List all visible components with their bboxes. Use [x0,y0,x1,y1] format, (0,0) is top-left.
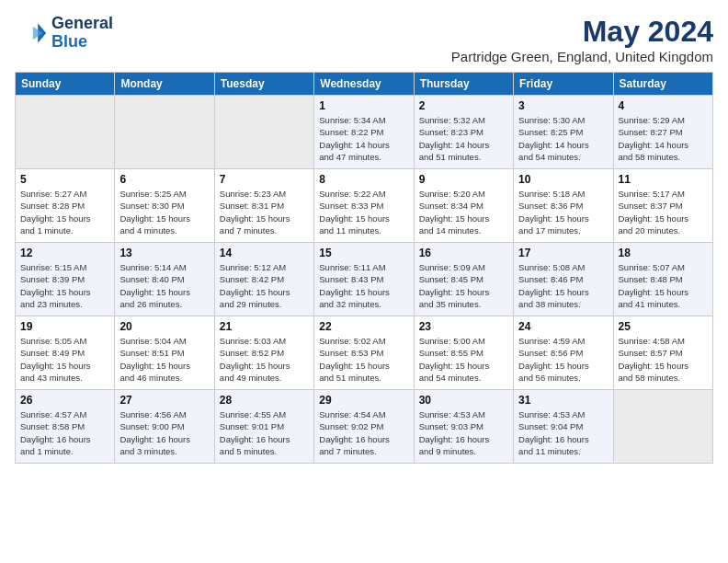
day-number: 6 [119,173,209,186]
calendar-cell: 9Sunrise: 5:20 AM Sunset: 8:34 PM Daylig… [414,169,513,243]
calendar-cell: 12Sunrise: 5:15 AM Sunset: 8:39 PM Dayli… [16,243,115,316]
weekday-header-saturday: Saturday [613,73,712,96]
day-number: 2 [419,99,508,112]
day-info: Sunrise: 5:12 AM Sunset: 8:42 PM Dayligh… [220,261,309,310]
day-number: 5 [20,173,109,186]
day-info: Sunrise: 5:03 AM Sunset: 8:52 PM Dayligh… [220,335,309,384]
calendar-cell: 7Sunrise: 5:23 AM Sunset: 8:31 PM Daylig… [214,169,313,243]
day-number: 18 [619,247,708,259]
calendar-cell: 15Sunrise: 5:11 AM Sunset: 8:43 PM Dayli… [314,243,414,316]
calendar-cell: 2Sunrise: 5:32 AM Sunset: 8:23 PM Daylig… [414,96,513,169]
day-info: Sunrise: 5:18 AM Sunset: 8:36 PM Dayligh… [518,188,608,236]
calendar-cell: 19Sunrise: 5:05 AM Sunset: 8:49 PM Dayli… [16,316,115,390]
day-number: 9 [419,173,508,186]
day-info: Sunrise: 5:09 AM Sunset: 8:45 PM Dayligh… [419,261,508,310]
calendar-cell: 11Sunrise: 5:17 AM Sunset: 8:37 PM Dayli… [613,169,712,243]
logo: General Blue [15,15,113,52]
day-info: Sunrise: 4:54 AM Sunset: 9:02 PM Dayligh… [319,408,408,457]
day-number: 15 [319,247,408,259]
calendar-week-row: 26Sunrise: 4:57 AM Sunset: 8:58 PM Dayli… [16,390,713,464]
day-info: Sunrise: 5:02 AM Sunset: 8:53 PM Dayligh… [319,335,408,384]
day-number: 4 [619,99,708,112]
day-number: 24 [518,320,608,333]
day-info: Sunrise: 5:23 AM Sunset: 8:31 PM Dayligh… [220,188,309,236]
day-info: Sunrise: 5:22 AM Sunset: 8:33 PM Dayligh… [319,188,408,236]
day-info: Sunrise: 4:53 AM Sunset: 9:03 PM Dayligh… [419,408,508,457]
day-number: 19 [20,320,109,333]
calendar-cell [613,390,712,464]
day-info: Sunrise: 5:27 AM Sunset: 8:28 PM Dayligh… [20,188,109,236]
weekday-header-monday: Monday [115,73,214,96]
day-number: 1 [319,99,408,112]
day-number: 8 [319,173,408,186]
weekday-header-thursday: Thursday [414,73,513,96]
calendar-week-row: 5Sunrise: 5:27 AM Sunset: 8:28 PM Daylig… [16,169,713,243]
day-number: 16 [419,247,508,259]
calendar-week-row: 19Sunrise: 5:05 AM Sunset: 8:49 PM Dayli… [16,316,713,390]
day-number: 12 [20,247,109,259]
day-info: Sunrise: 5:00 AM Sunset: 8:55 PM Dayligh… [419,335,508,384]
calendar-cell: 18Sunrise: 5:07 AM Sunset: 8:48 PM Dayli… [613,243,712,316]
weekday-header-row: SundayMondayTuesdayWednesdayThursdayFrid… [16,73,713,96]
logo-text: General Blue [51,15,113,52]
day-number: 13 [119,247,209,259]
calendar-cell: 23Sunrise: 5:00 AM Sunset: 8:55 PM Dayli… [414,316,513,390]
calendar-cell: 28Sunrise: 4:55 AM Sunset: 9:01 PM Dayli… [214,390,313,464]
day-number: 7 [220,173,309,186]
calendar-cell: 25Sunrise: 4:58 AM Sunset: 8:57 PM Dayli… [613,316,712,390]
day-info: Sunrise: 5:14 AM Sunset: 8:40 PM Dayligh… [119,261,209,310]
calendar-cell [214,96,313,169]
weekday-header-sunday: Sunday [16,73,115,96]
day-number: 20 [119,320,209,333]
calendar-cell: 22Sunrise: 5:02 AM Sunset: 8:53 PM Dayli… [314,316,414,390]
calendar-cell: 29Sunrise: 4:54 AM Sunset: 9:02 PM Dayli… [314,390,414,464]
day-info: Sunrise: 5:30 AM Sunset: 8:25 PM Dayligh… [518,114,608,163]
day-info: Sunrise: 4:56 AM Sunset: 9:00 PM Dayligh… [119,408,209,457]
calendar-cell: 31Sunrise: 4:53 AM Sunset: 9:04 PM Dayli… [514,390,613,464]
day-number: 27 [119,394,209,407]
day-number: 25 [619,320,708,333]
weekday-header-tuesday: Tuesday [214,73,313,96]
calendar-week-row: 12Sunrise: 5:15 AM Sunset: 8:39 PM Dayli… [16,243,713,316]
day-number: 23 [419,320,508,333]
day-info: Sunrise: 5:25 AM Sunset: 8:30 PM Dayligh… [119,188,209,236]
day-number: 11 [619,173,708,186]
day-number: 21 [220,320,309,333]
calendar-cell: 30Sunrise: 4:53 AM Sunset: 9:03 PM Dayli… [414,390,513,464]
month-title: May 2024 [451,15,713,49]
calendar-cell: 10Sunrise: 5:18 AM Sunset: 8:36 PM Dayli… [514,169,613,243]
calendar-table: SundayMondayTuesdayWednesdayThursdayFrid… [15,72,713,464]
day-info: Sunrise: 5:11 AM Sunset: 8:43 PM Dayligh… [319,261,408,310]
day-info: Sunrise: 5:17 AM Sunset: 8:37 PM Dayligh… [619,188,708,236]
day-info: Sunrise: 5:08 AM Sunset: 8:46 PM Dayligh… [518,261,608,310]
weekday-header-friday: Friday [514,73,613,96]
day-info: Sunrise: 5:07 AM Sunset: 8:48 PM Dayligh… [619,261,708,310]
calendar-cell: 16Sunrise: 5:09 AM Sunset: 8:45 PM Dayli… [414,243,513,316]
calendar-cell: 24Sunrise: 4:59 AM Sunset: 8:56 PM Dayli… [514,316,613,390]
calendar-cell: 1Sunrise: 5:34 AM Sunset: 8:22 PM Daylig… [314,96,414,169]
logo-line1: General [51,15,113,33]
day-number: 14 [220,247,309,259]
calendar-week-row: 1Sunrise: 5:34 AM Sunset: 8:22 PM Daylig… [16,96,713,169]
day-number: 29 [319,394,408,407]
day-number: 26 [20,394,109,407]
calendar-cell: 26Sunrise: 4:57 AM Sunset: 8:58 PM Dayli… [16,390,115,464]
calendar-cell: 27Sunrise: 4:56 AM Sunset: 9:00 PM Dayli… [115,390,214,464]
day-number: 22 [319,320,408,333]
day-number: 30 [419,394,508,407]
day-info: Sunrise: 5:05 AM Sunset: 8:49 PM Dayligh… [20,335,109,384]
logo-icon [15,17,48,50]
day-info: Sunrise: 4:55 AM Sunset: 9:01 PM Dayligh… [220,408,309,457]
calendar-cell: 5Sunrise: 5:27 AM Sunset: 8:28 PM Daylig… [16,169,115,243]
day-info: Sunrise: 5:04 AM Sunset: 8:51 PM Dayligh… [119,335,209,384]
weekday-header-wednesday: Wednesday [314,73,414,96]
day-info: Sunrise: 5:34 AM Sunset: 8:22 PM Dayligh… [319,114,408,163]
calendar-cell: 3Sunrise: 5:30 AM Sunset: 8:25 PM Daylig… [514,96,613,169]
page-header: General Blue May 2024 Partridge Green, E… [15,15,713,64]
calendar-cell [16,96,115,169]
calendar-cell [115,96,214,169]
calendar-cell: 20Sunrise: 5:04 AM Sunset: 8:51 PM Dayli… [115,316,214,390]
day-info: Sunrise: 4:53 AM Sunset: 9:04 PM Dayligh… [518,408,608,457]
logo-line2: Blue [51,33,113,52]
calendar-cell: 4Sunrise: 5:29 AM Sunset: 8:27 PM Daylig… [613,96,712,169]
